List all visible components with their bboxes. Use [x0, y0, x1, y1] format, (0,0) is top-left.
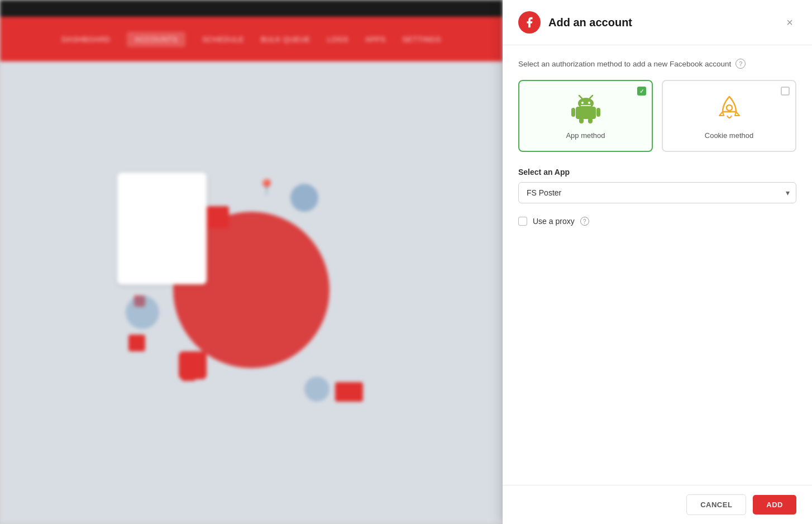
method-card-cookie[interactable]: Cookie method [662, 80, 796, 152]
auth-description-text: Select an authorization method to add a … [518, 60, 731, 68]
nav-bar: DASHBOARD ACCOUNTS SCHEDULE BULK QUEUE L… [0, 17, 503, 61]
nav-item-settings: SETTINGS [403, 35, 441, 44]
select-app-label: Select an App [518, 168, 796, 177]
rocket-icon [713, 92, 746, 126]
add-button[interactable]: ADD [753, 495, 796, 515]
modal-header: Add an account × [503, 0, 812, 45]
auth-help-icon[interactable]: ? [735, 59, 746, 69]
svg-rect-7 [596, 108, 600, 117]
facebook-icon [518, 11, 541, 34]
cancel-button[interactable]: CANCEL [686, 494, 746, 515]
background-overlay: DASHBOARD ACCOUNTS SCHEDULE BULK QUEUE L… [0, 0, 503, 524]
close-button[interactable]: × [783, 16, 796, 29]
method-app-checkbox [637, 87, 646, 96]
svg-rect-9 [588, 118, 593, 123]
illustration: 📍 [84, 139, 419, 446]
svg-rect-8 [579, 118, 584, 123]
svg-point-1 [578, 98, 594, 109]
method-card-app[interactable]: App method [518, 80, 653, 152]
deco-blue-circle-1 [290, 184, 318, 212]
method-cookie-label: Cookie method [705, 131, 753, 140]
proxy-checkbox[interactable] [518, 217, 527, 226]
illustration-person-card [117, 173, 207, 284]
deco-map-pin: 📍 [257, 178, 276, 197]
deco-envelope [335, 382, 363, 402]
proxy-help-icon[interactable]: ? [580, 217, 589, 226]
nav-item-apps: APPS [365, 35, 386, 44]
svg-point-11 [727, 105, 732, 111]
method-cards-container: App method Cookie [518, 80, 796, 152]
android-icon [569, 92, 603, 126]
select-app-wrapper: FS Poster Other ▾ [518, 182, 796, 203]
select-app-input[interactable]: FS Poster Other [518, 182, 796, 203]
method-app-label: App method [566, 131, 605, 140]
auth-description-row: Select an authorization method to add a … [518, 59, 796, 69]
deco-red-square-3 [128, 335, 145, 351]
proxy-row: Use a proxy ? [518, 217, 796, 226]
nav-item-accounts: ACCOUNTS [127, 32, 185, 47]
svg-point-3 [588, 102, 590, 104]
nav-item-logs: LOGS [327, 35, 348, 44]
modal-panel: Add an account × Select an authorization… [503, 0, 812, 524]
deco-blue-circle-2 [126, 296, 159, 329]
deco-red-square-4 [179, 351, 207, 379]
nav-item-dashboard: DASHBOARD [61, 35, 110, 44]
modal-title: Add an account [548, 16, 783, 29]
nav-item-schedule: SCHEDULE [202, 35, 244, 44]
method-cookie-checkbox [781, 87, 790, 96]
modal-footer: CANCEL ADD [503, 485, 812, 524]
svg-line-5 [590, 96, 593, 98]
nav-item-bulk-queue: BULK QUEUE [261, 35, 311, 44]
deco-red-square-1 [207, 206, 229, 228]
svg-line-4 [579, 96, 582, 98]
top-bar [0, 0, 503, 17]
background-content: 📍 [0, 61, 503, 524]
deco-red-line-2 [181, 377, 195, 381]
svg-rect-6 [571, 108, 575, 117]
modal-body: Select an authorization method to add a … [503, 45, 812, 485]
deco-blue-circle-3 [304, 377, 329, 402]
proxy-label: Use a proxy [533, 217, 575, 226]
deco-red-line-1 [181, 368, 198, 373]
svg-point-2 [581, 102, 584, 104]
